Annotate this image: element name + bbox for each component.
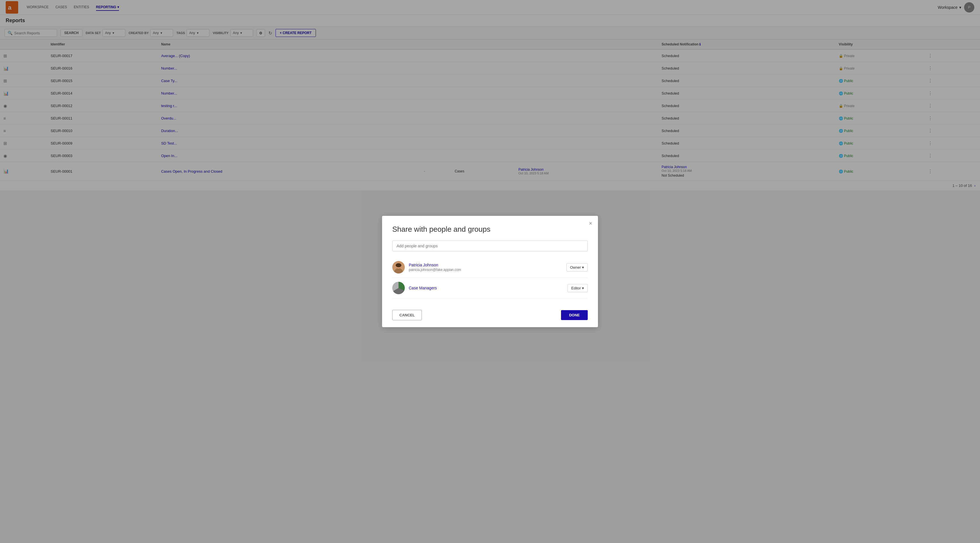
modal-overlay: × Share with people and groups Patricia …: [0, 0, 980, 191]
